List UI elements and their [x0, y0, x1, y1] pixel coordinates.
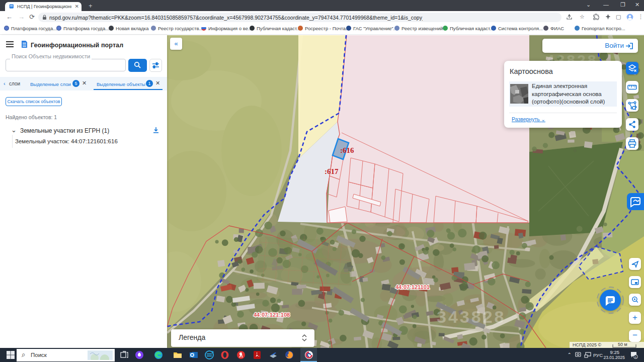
svg-text::616: :616	[340, 146, 354, 154]
svg-text:1: 1	[635, 355, 636, 358]
svg-text::617: :617	[325, 167, 339, 175]
svg-text:44:07:121101: 44:07:121101	[395, 284, 430, 290]
svg-text:343828: 343828	[437, 307, 506, 326]
svg-text:44:07:121:108: 44:07:121:108	[254, 312, 290, 318]
